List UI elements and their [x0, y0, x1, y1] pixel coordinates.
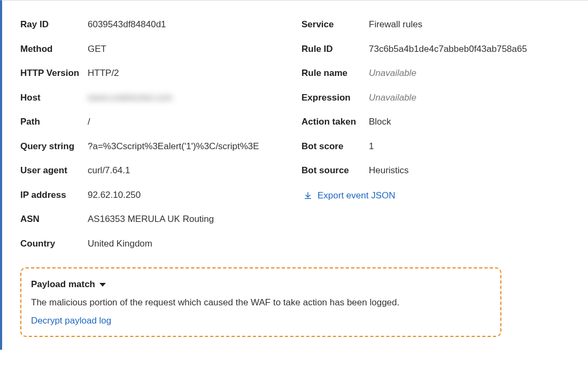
value-http-version: HTTP/2 — [88, 66, 289, 80]
value-method: GET — [88, 42, 289, 56]
label-country: Country — [20, 237, 88, 251]
label-http-version: HTTP Version — [20, 66, 88, 80]
row-http-version: HTTP Version HTTP/2 — [20, 61, 289, 86]
label-path: Path — [20, 115, 88, 129]
left-column: Ray ID 6039543df84840d1 Method GET HTTP … — [20, 12, 289, 256]
value-query-string: ?a=%3Cscript%3Ealert('1')%3C/script%3E — [88, 140, 289, 153]
label-asn: ASN — [20, 212, 88, 226]
right-column: Service Firewall rules Rule ID 73c6b5a4b… — [301, 12, 570, 256]
row-service: Service Firewall rules — [301, 12, 570, 37]
payload-match-heading: Payload match — [31, 279, 95, 290]
row-asn: ASN AS16353 MERULA UK Routing — [20, 207, 289, 232]
payload-match-description: The malicious portion of the request whi… — [31, 293, 491, 316]
row-rule-name: Rule name Unavailable — [301, 61, 570, 86]
export-event-json-label: Export event JSON — [318, 190, 396, 201]
value-ray-id: 6039543df84840d1 — [88, 18, 289, 32]
value-asn: AS16353 MERULA UK Routing — [88, 212, 289, 226]
row-query-string: Query string ?a=%3Cscript%3Ealert('1')%3… — [20, 134, 289, 159]
value-expression: Unavailable — [369, 91, 570, 105]
payload-match-panel: Payload match The malicious portion of t… — [20, 267, 501, 337]
decrypt-payload-log-label: Decrypt payload log — [31, 316, 111, 326]
chevron-down-icon — [99, 283, 106, 287]
value-rule-name: Unavailable — [369, 66, 570, 80]
value-bot-score: 1 — [369, 140, 570, 153]
label-expression: Expression — [301, 91, 369, 105]
row-method: Method GET — [20, 37, 289, 61]
value-user-agent: curl/7.64.1 — [88, 164, 289, 178]
value-bot-source: Heuristics — [369, 164, 570, 178]
value-host: www.codelocket.com — [88, 91, 289, 105]
row-user-agent: User agent curl/7.64.1 — [20, 158, 289, 183]
label-host: Host — [20, 91, 88, 105]
row-ray-id: Ray ID 6039543df84840d1 — [20, 12, 289, 37]
decrypt-payload-log-link[interactable]: Decrypt payload log — [31, 316, 491, 326]
value-rule-id: 73c6b5a4b1de4c7abbeb0f43ab758a65 — [369, 42, 570, 56]
value-ip-address: 92.62.10.250 — [88, 188, 289, 202]
value-action-taken: Block — [369, 115, 570, 129]
row-bot-source: Bot source Heuristics — [301, 158, 570, 183]
event-detail-card: Ray ID 6039543df84840d1 Method GET HTTP … — [0, 0, 588, 350]
detail-columns: Ray ID 6039543df84840d1 Method GET HTTP … — [20, 12, 570, 256]
label-service: Service — [301, 18, 369, 32]
label-bot-score: Bot score — [301, 140, 369, 153]
download-icon — [304, 191, 312, 200]
row-expression: Expression Unavailable — [301, 86, 570, 110]
value-path: / — [88, 115, 289, 129]
row-bot-score: Bot score 1 — [301, 134, 570, 159]
export-event-json-link[interactable]: Export event JSON — [304, 190, 396, 201]
label-query-string: Query string — [20, 140, 88, 153]
label-user-agent: User agent — [20, 164, 88, 178]
row-host: Host www.codelocket.com — [20, 86, 289, 110]
label-ip-address: IP address — [20, 188, 88, 202]
label-method: Method — [20, 42, 88, 56]
payload-match-toggle[interactable]: Payload match — [31, 276, 106, 293]
value-service: Firewall rules — [369, 18, 570, 32]
label-rule-name: Rule name — [301, 66, 369, 80]
label-ray-id: Ray ID — [20, 18, 88, 32]
row-country: Country United Kingdom — [20, 232, 289, 256]
label-bot-source: Bot source — [301, 164, 369, 178]
row-ip-address: IP address 92.62.10.250 — [20, 183, 289, 207]
row-path: Path / — [20, 110, 289, 134]
row-action-taken: Action taken Block — [301, 110, 570, 134]
value-country: United Kingdom — [88, 237, 289, 251]
label-action-taken: Action taken — [301, 115, 369, 129]
label-rule-id: Rule ID — [301, 42, 369, 56]
row-rule-id: Rule ID 73c6b5a4b1de4c7abbeb0f43ab758a65 — [301, 37, 570, 61]
